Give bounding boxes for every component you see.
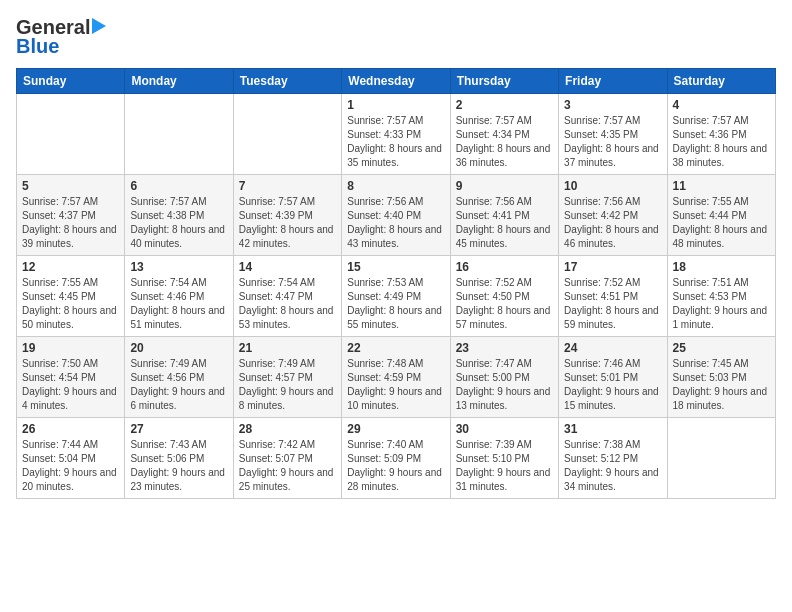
day-info: Sunrise: 7:56 AM Sunset: 4:41 PM Dayligh… <box>456 195 553 251</box>
day-info: Sunrise: 7:39 AM Sunset: 5:10 PM Dayligh… <box>456 438 553 494</box>
calendar-cell: 2Sunrise: 7:57 AM Sunset: 4:34 PM Daylig… <box>450 94 558 175</box>
header-tuesday: Tuesday <box>233 69 341 94</box>
day-number: 11 <box>673 179 770 193</box>
day-number: 18 <box>673 260 770 274</box>
calendar-cell: 5Sunrise: 7:57 AM Sunset: 4:37 PM Daylig… <box>17 175 125 256</box>
calendar-cell: 30Sunrise: 7:39 AM Sunset: 5:10 PM Dayli… <box>450 418 558 499</box>
calendar-cell: 20Sunrise: 7:49 AM Sunset: 4:56 PM Dayli… <box>125 337 233 418</box>
day-info: Sunrise: 7:56 AM Sunset: 4:40 PM Dayligh… <box>347 195 444 251</box>
calendar-cell: 4Sunrise: 7:57 AM Sunset: 4:36 PM Daylig… <box>667 94 775 175</box>
day-number: 7 <box>239 179 336 193</box>
calendar-cell: 29Sunrise: 7:40 AM Sunset: 5:09 PM Dayli… <box>342 418 450 499</box>
calendar-cell: 31Sunrise: 7:38 AM Sunset: 5:12 PM Dayli… <box>559 418 667 499</box>
calendar-cell: 15Sunrise: 7:53 AM Sunset: 4:49 PM Dayli… <box>342 256 450 337</box>
calendar-cell: 25Sunrise: 7:45 AM Sunset: 5:03 PM Dayli… <box>667 337 775 418</box>
day-number: 8 <box>347 179 444 193</box>
day-info: Sunrise: 7:42 AM Sunset: 5:07 PM Dayligh… <box>239 438 336 494</box>
day-number: 2 <box>456 98 553 112</box>
day-number: 4 <box>673 98 770 112</box>
calendar-cell: 24Sunrise: 7:46 AM Sunset: 5:01 PM Dayli… <box>559 337 667 418</box>
calendar-cell: 17Sunrise: 7:52 AM Sunset: 4:51 PM Dayli… <box>559 256 667 337</box>
day-number: 27 <box>130 422 227 436</box>
day-info: Sunrise: 7:56 AM Sunset: 4:42 PM Dayligh… <box>564 195 661 251</box>
day-info: Sunrise: 7:49 AM Sunset: 4:57 PM Dayligh… <box>239 357 336 413</box>
day-info: Sunrise: 7:40 AM Sunset: 5:09 PM Dayligh… <box>347 438 444 494</box>
day-number: 19 <box>22 341 119 355</box>
calendar-cell <box>125 94 233 175</box>
day-info: Sunrise: 7:57 AM Sunset: 4:33 PM Dayligh… <box>347 114 444 170</box>
calendar-cell: 21Sunrise: 7:49 AM Sunset: 4:57 PM Dayli… <box>233 337 341 418</box>
calendar-cell: 27Sunrise: 7:43 AM Sunset: 5:06 PM Dayli… <box>125 418 233 499</box>
day-info: Sunrise: 7:49 AM Sunset: 4:56 PM Dayligh… <box>130 357 227 413</box>
logo: General Blue <box>16 16 106 58</box>
day-info: Sunrise: 7:52 AM Sunset: 4:50 PM Dayligh… <box>456 276 553 332</box>
day-number: 31 <box>564 422 661 436</box>
day-info: Sunrise: 7:46 AM Sunset: 5:01 PM Dayligh… <box>564 357 661 413</box>
day-info: Sunrise: 7:52 AM Sunset: 4:51 PM Dayligh… <box>564 276 661 332</box>
day-info: Sunrise: 7:55 AM Sunset: 4:44 PM Dayligh… <box>673 195 770 251</box>
day-info: Sunrise: 7:51 AM Sunset: 4:53 PM Dayligh… <box>673 276 770 332</box>
day-info: Sunrise: 7:57 AM Sunset: 4:34 PM Dayligh… <box>456 114 553 170</box>
day-number: 17 <box>564 260 661 274</box>
calendar-cell: 6Sunrise: 7:57 AM Sunset: 4:38 PM Daylig… <box>125 175 233 256</box>
day-number: 26 <box>22 422 119 436</box>
calendar-header-row: SundayMondayTuesdayWednesdayThursdayFrid… <box>17 69 776 94</box>
day-number: 15 <box>347 260 444 274</box>
calendar-week-row: 12Sunrise: 7:55 AM Sunset: 4:45 PM Dayli… <box>17 256 776 337</box>
header-thursday: Thursday <box>450 69 558 94</box>
day-info: Sunrise: 7:57 AM Sunset: 4:36 PM Dayligh… <box>673 114 770 170</box>
calendar-week-row: 19Sunrise: 7:50 AM Sunset: 4:54 PM Dayli… <box>17 337 776 418</box>
calendar-table: SundayMondayTuesdayWednesdayThursdayFrid… <box>16 68 776 499</box>
calendar-cell: 12Sunrise: 7:55 AM Sunset: 4:45 PM Dayli… <box>17 256 125 337</box>
calendar-cell: 9Sunrise: 7:56 AM Sunset: 4:41 PM Daylig… <box>450 175 558 256</box>
day-number: 9 <box>456 179 553 193</box>
day-number: 23 <box>456 341 553 355</box>
calendar-cell <box>233 94 341 175</box>
day-number: 14 <box>239 260 336 274</box>
day-number: 24 <box>564 341 661 355</box>
day-number: 3 <box>564 98 661 112</box>
day-info: Sunrise: 7:43 AM Sunset: 5:06 PM Dayligh… <box>130 438 227 494</box>
day-info: Sunrise: 7:48 AM Sunset: 4:59 PM Dayligh… <box>347 357 444 413</box>
calendar-cell <box>17 94 125 175</box>
calendar-cell: 7Sunrise: 7:57 AM Sunset: 4:39 PM Daylig… <box>233 175 341 256</box>
day-info: Sunrise: 7:45 AM Sunset: 5:03 PM Dayligh… <box>673 357 770 413</box>
calendar-cell: 11Sunrise: 7:55 AM Sunset: 4:44 PM Dayli… <box>667 175 775 256</box>
header-monday: Monday <box>125 69 233 94</box>
calendar-cell: 13Sunrise: 7:54 AM Sunset: 4:46 PM Dayli… <box>125 256 233 337</box>
day-number: 21 <box>239 341 336 355</box>
day-number: 6 <box>130 179 227 193</box>
calendar-cell: 18Sunrise: 7:51 AM Sunset: 4:53 PM Dayli… <box>667 256 775 337</box>
day-info: Sunrise: 7:57 AM Sunset: 4:39 PM Dayligh… <box>239 195 336 251</box>
day-info: Sunrise: 7:38 AM Sunset: 5:12 PM Dayligh… <box>564 438 661 494</box>
day-number: 30 <box>456 422 553 436</box>
calendar-cell: 23Sunrise: 7:47 AM Sunset: 5:00 PM Dayli… <box>450 337 558 418</box>
header-wednesday: Wednesday <box>342 69 450 94</box>
calendar-week-row: 26Sunrise: 7:44 AM Sunset: 5:04 PM Dayli… <box>17 418 776 499</box>
day-info: Sunrise: 7:54 AM Sunset: 4:46 PM Dayligh… <box>130 276 227 332</box>
day-info: Sunrise: 7:57 AM Sunset: 4:35 PM Dayligh… <box>564 114 661 170</box>
header-sunday: Sunday <box>17 69 125 94</box>
header-saturday: Saturday <box>667 69 775 94</box>
day-number: 20 <box>130 341 227 355</box>
calendar-cell <box>667 418 775 499</box>
day-info: Sunrise: 7:50 AM Sunset: 4:54 PM Dayligh… <box>22 357 119 413</box>
day-info: Sunrise: 7:44 AM Sunset: 5:04 PM Dayligh… <box>22 438 119 494</box>
day-info: Sunrise: 7:47 AM Sunset: 5:00 PM Dayligh… <box>456 357 553 413</box>
logo-blue: Blue <box>16 35 59 58</box>
day-info: Sunrise: 7:55 AM Sunset: 4:45 PM Dayligh… <box>22 276 119 332</box>
day-number: 13 <box>130 260 227 274</box>
day-number: 16 <box>456 260 553 274</box>
logo-arrow-icon <box>92 18 106 34</box>
calendar-cell: 14Sunrise: 7:54 AM Sunset: 4:47 PM Dayli… <box>233 256 341 337</box>
day-info: Sunrise: 7:54 AM Sunset: 4:47 PM Dayligh… <box>239 276 336 332</box>
day-number: 25 <box>673 341 770 355</box>
day-number: 29 <box>347 422 444 436</box>
calendar-cell: 8Sunrise: 7:56 AM Sunset: 4:40 PM Daylig… <box>342 175 450 256</box>
day-info: Sunrise: 7:57 AM Sunset: 4:38 PM Dayligh… <box>130 195 227 251</box>
calendar-cell: 19Sunrise: 7:50 AM Sunset: 4:54 PM Dayli… <box>17 337 125 418</box>
calendar-week-row: 1Sunrise: 7:57 AM Sunset: 4:33 PM Daylig… <box>17 94 776 175</box>
page-header: General Blue <box>16 16 776 58</box>
day-number: 5 <box>22 179 119 193</box>
day-info: Sunrise: 7:53 AM Sunset: 4:49 PM Dayligh… <box>347 276 444 332</box>
